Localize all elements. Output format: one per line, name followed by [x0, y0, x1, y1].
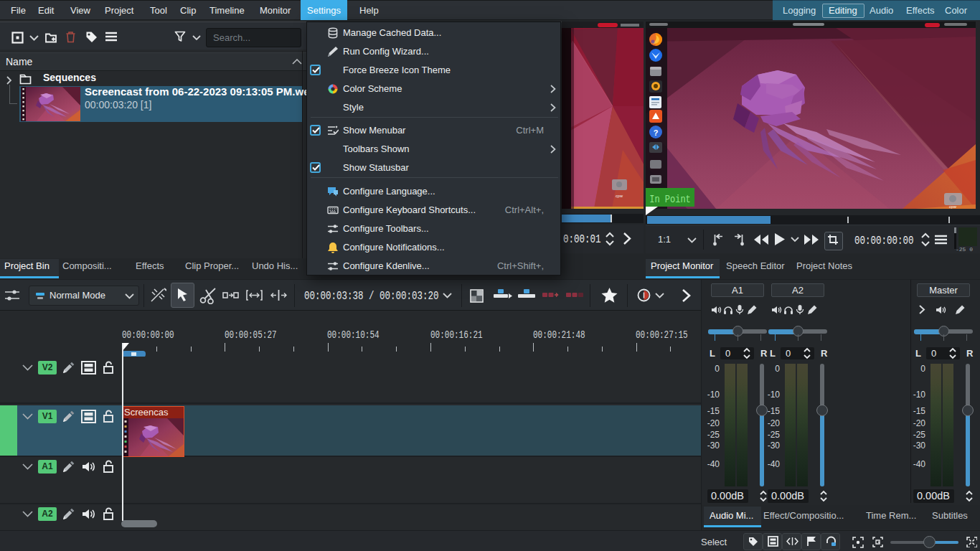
svg-text:cpw: cpw [949, 204, 956, 209]
svg-text:cpw: cpw [616, 194, 623, 198]
svg-text:?: ? [654, 128, 659, 137]
